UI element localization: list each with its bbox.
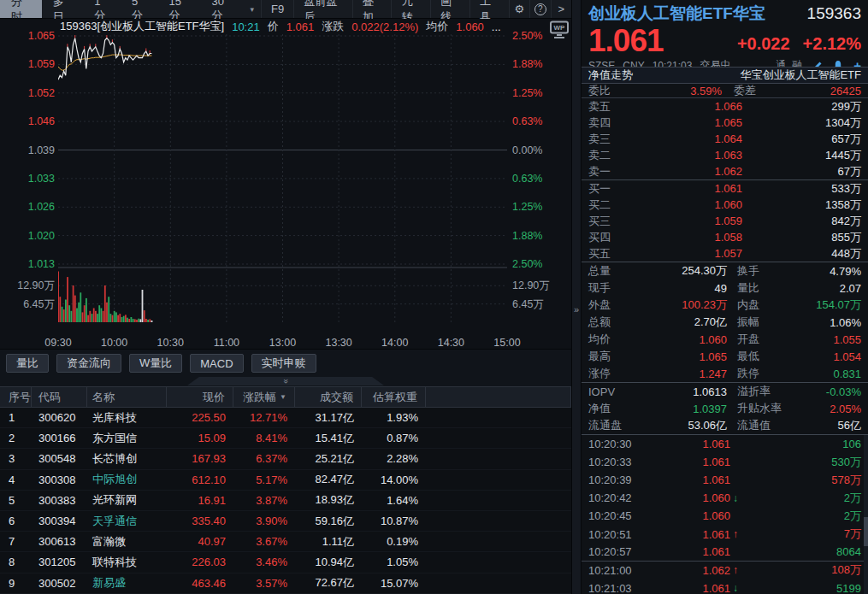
period-tab-分时[interactable]: 分时 bbox=[0, 0, 42, 18]
toolbar-expand-icon[interactable]: > bbox=[551, 0, 571, 18]
stat-label: 净值 bbox=[588, 401, 641, 416]
table-row-301205[interactable]: 8301205联特科技226.033.46%10.94亿1.05% bbox=[0, 552, 571, 573]
indicator-tab-实时申赎[interactable]: 实时申赎 bbox=[251, 354, 316, 373]
ask-level-卖一[interactable]: 卖一1.06267万 bbox=[582, 163, 868, 179]
col-header-name[interactable]: 名称 bbox=[87, 387, 167, 407]
bid-level-买五[interactable]: 买五1.057448万 bbox=[582, 245, 868, 262]
tick-scrollbar[interactable] bbox=[864, 435, 868, 594]
weicha-label: 委差 bbox=[734, 83, 756, 98]
cell-price: 16.91 bbox=[167, 494, 233, 507]
help-icon[interactable]: ? bbox=[529, 0, 550, 18]
minute-chart-plot[interactable] bbox=[58, 34, 507, 325]
cell-name: 富瀚微 bbox=[87, 534, 167, 550]
toolbar-item-overlay[interactable]: 叠加 bbox=[352, 0, 392, 18]
chart-time: 10:21 bbox=[232, 21, 260, 33]
period-tab-5分[interactable]: 5分 bbox=[121, 0, 158, 18]
tick-volume: 5199 bbox=[746, 582, 861, 594]
weibi-label: 委比 bbox=[588, 83, 628, 98]
period-dropdown-icon[interactable]: ▾ bbox=[243, 0, 261, 18]
chart-change-value: 0.022(2.12%) bbox=[351, 21, 418, 33]
cell-code: 300620 bbox=[32, 411, 87, 424]
minute-chart[interactable]: 159363[创业板人工智能ETF华宝] 10:21 价 1.061 涨跌 0.… bbox=[0, 19, 571, 349]
pane-divider[interactable]: » bbox=[571, 0, 582, 594]
panel-collapse-handle[interactable]: » bbox=[187, 377, 384, 385]
table-row-300613[interactable]: 7300613富瀚微40.973.67%1.11亿0.19% bbox=[0, 532, 571, 552]
period-tab-group: 分时多日1分5分15分30分 bbox=[0, 0, 243, 18]
tick-list[interactable]: 10:20:301.06110610:20:331.061530万10:20:3… bbox=[582, 435, 868, 594]
table-row-300394[interactable]: 6300394天孚通信335.403.90%59.16亿10.87% bbox=[0, 511, 571, 532]
toolbar-item-pre-post-market[interactable]: 盘前盘后 bbox=[293, 0, 352, 18]
toolbar-item-f9[interactable]: F9 bbox=[261, 0, 293, 18]
stat-value: 254.30万 bbox=[641, 263, 727, 279]
table-row-300166[interactable]: 2300166东方国信15.098.41%15.41亿0.87% bbox=[0, 428, 571, 449]
toolbar-item-nine-turn[interactable]: 九转 bbox=[391, 0, 430, 18]
table-row-300383[interactable]: 5300383光环新网16.913.87%18.93亿1.64% bbox=[0, 491, 571, 511]
level-volume: 855万 bbox=[742, 230, 861, 245]
indicator-tab-资金流向[interactable]: 资金流向 bbox=[56, 354, 121, 373]
level-price: 1.060 bbox=[628, 198, 742, 211]
period-tab-30分[interactable]: 30分 bbox=[201, 0, 244, 18]
cell-turnover: 82.47亿 bbox=[295, 472, 362, 487]
chart-more-ellipsis[interactable]: ... bbox=[492, 21, 501, 33]
tick-time: 10:21:00 bbox=[588, 564, 648, 577]
ask-level-卖三[interactable]: 卖三1.064657万 bbox=[582, 131, 868, 147]
ask-level-卖五[interactable]: 卖五1.066299万 bbox=[582, 98, 868, 115]
tick-volume: 2万 bbox=[746, 509, 861, 524]
col-header-seq[interactable]: 序号 bbox=[0, 387, 32, 407]
indicator-tab-量比[interactable]: 量比 bbox=[6, 354, 49, 373]
nav-trend-tab[interactable]: 净值走势 bbox=[588, 68, 633, 83]
stat-value: 1.055 bbox=[799, 333, 861, 346]
stat-value: 2.07 bbox=[799, 282, 861, 295]
tick-price: 1.061 bbox=[648, 545, 730, 558]
y-axis-price-label: 1.013 bbox=[0, 257, 55, 271]
cell-seq: 5 bbox=[0, 494, 32, 507]
table-row-300548[interactable]: 3300548长芯博创167.936.37%25.21亿2.28% bbox=[0, 449, 571, 469]
ask-level-卖二[interactable]: 卖二1.0631445万 bbox=[582, 147, 868, 163]
period-tab-多日[interactable]: 多日 bbox=[42, 0, 84, 18]
cell-seq: 2 bbox=[0, 432, 32, 444]
level-label: 卖一 bbox=[588, 164, 628, 179]
bid-level-买二[interactable]: 买二1.0601358万 bbox=[582, 197, 868, 213]
col-header-filler bbox=[426, 387, 571, 407]
tick-row-10:20:51: 10:20:511.061↑7万 bbox=[582, 525, 868, 543]
cell-price: 335.40 bbox=[167, 515, 233, 527]
cell-pct-change: 6.37% bbox=[233, 452, 295, 465]
stat-value: 154.07万 bbox=[799, 297, 861, 313]
cell-price: 612.10 bbox=[167, 473, 233, 486]
quote-header: 创业板人工智能ETF华宝 159363 1.061 +0.022 +2.12% … bbox=[582, 0, 868, 67]
stat-value: 4.79% bbox=[799, 265, 861, 278]
table-row-300620[interactable]: 1300620光库科技225.5012.71%31.17亿1.93% bbox=[0, 408, 571, 428]
table-row-300502[interactable]: 9300502新易盛463.463.57%72.67亿15.07% bbox=[0, 573, 571, 594]
col-header-price[interactable]: 现价 bbox=[167, 387, 233, 407]
col-header-est-weight[interactable]: 估算权重 bbox=[362, 387, 426, 407]
level-price: 1.065 bbox=[628, 116, 742, 129]
scrollbar-thumb[interactable] bbox=[864, 517, 868, 546]
period-tab-15分[interactable]: 15分 bbox=[158, 0, 201, 18]
table-row-300308[interactable]: 4300308中际旭创612.105.17%82.47亿14.00% bbox=[0, 470, 571, 491]
col-header-turnover[interactable]: 成交额 bbox=[295, 387, 362, 407]
gear-icon[interactable]: ⚙ bbox=[509, 0, 529, 18]
bid-level-买一[interactable]: 买一1.061533万 bbox=[582, 180, 868, 197]
indicator-tab-W量比[interactable]: W量比 bbox=[129, 354, 182, 373]
bid-level-买三[interactable]: 买三1.059842万 bbox=[582, 213, 868, 229]
ask-level-卖四[interactable]: 卖四1.0651304万 bbox=[582, 115, 868, 131]
level-price: 1.058 bbox=[628, 231, 742, 244]
stat-value: 1.0397 bbox=[641, 403, 727, 415]
cell-turnover: 31.17亿 bbox=[295, 410, 362, 426]
tick-volume: 578万 bbox=[746, 473, 861, 488]
y-axis-volume-label: 6.45万 bbox=[0, 297, 55, 311]
last-price: 1.061 bbox=[588, 26, 664, 56]
quote-stats: 总量254.30万换手4.79%现手49量比2.07外盘100.23万内盘154… bbox=[582, 262, 868, 383]
chart-price-label: 价 bbox=[268, 19, 279, 34]
level-volume: 448万 bbox=[742, 246, 861, 262]
col-header-pct-change[interactable]: 涨跌幅▼ bbox=[233, 387, 295, 407]
col-header-code[interactable]: 代码 bbox=[32, 387, 87, 407]
toolbar-item-tools[interactable]: 工具 bbox=[469, 0, 509, 18]
toolbar-item-draw-line[interactable]: 画线 bbox=[430, 0, 469, 18]
instrument-name: 创业板人工智能ETF华宝 bbox=[588, 3, 765, 25]
bid-level-买四[interactable]: 买四1.058855万 bbox=[582, 229, 868, 245]
period-tab-1分[interactable]: 1分 bbox=[83, 0, 121, 18]
stat-label: IOPV bbox=[588, 385, 641, 398]
stat-label: 现手 bbox=[588, 280, 641, 296]
indicator-tab-MACD[interactable]: MACD bbox=[190, 354, 243, 373]
